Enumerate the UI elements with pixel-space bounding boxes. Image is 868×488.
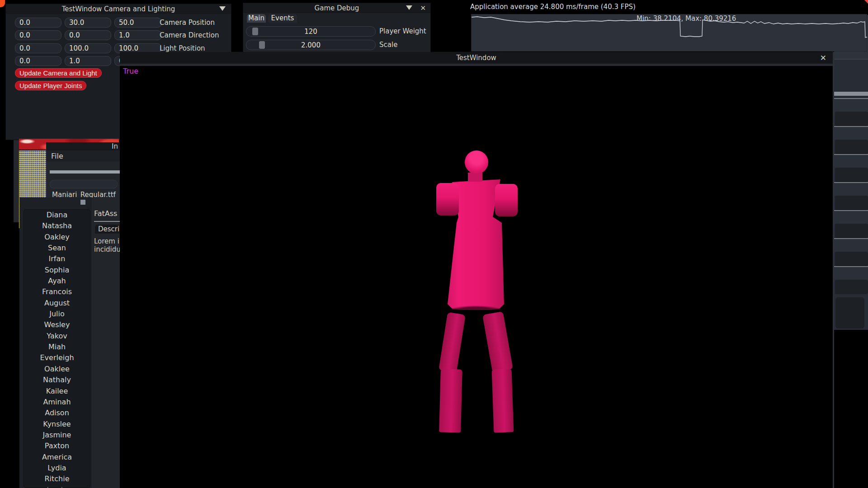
vector-field[interactable]: 30.0 — [65, 18, 111, 28]
vector-field[interactable]: 0.0 — [15, 43, 61, 53]
panel-row-cell — [835, 224, 868, 238]
character-arm-right — [495, 184, 518, 216]
panel-row — [834, 154, 868, 182]
name-list-item[interactable]: America — [24, 452, 90, 463]
scrollbar-thumb[interactable] — [80, 200, 85, 205]
slider-value: 120 — [246, 27, 375, 37]
vector-field[interactable]: 1.0 — [65, 56, 111, 66]
vector-field[interactable]: 50.0 — [114, 18, 162, 28]
fatass-title: FatAss — [94, 209, 117, 218]
character-head — [465, 150, 488, 174]
name-list-item[interactable]: Diana — [24, 210, 90, 221]
titlebar-separator — [120, 64, 833, 66]
collapse-icon[interactable] — [219, 6, 226, 11]
names-listbox[interactable]: DianaNatashaOakleySeanIrfanSophiaAyahFra… — [24, 209, 90, 488]
name-list-item[interactable]: Ayah — [24, 276, 90, 286]
names-list: DianaNatashaOakleySeanIrfanSophiaAyahFra… — [24, 210, 90, 488]
name-list-item[interactable]: Francois — [24, 286, 90, 297]
vector-field[interactable]: 100.0 — [65, 43, 111, 53]
tab-bar: Main Events — [247, 14, 428, 23]
character-calf-left — [439, 369, 462, 432]
player-character-model — [429, 149, 520, 434]
name-list-item[interactable]: Wesley — [24, 319, 90, 330]
vector-field[interactable]: 0.0 — [15, 30, 61, 40]
name-list-item[interactable]: Jasmine — [24, 430, 90, 441]
names-window: DianaNatashaOakleySeanIrfanSophiaAyahFra… — [19, 197, 92, 488]
tab-description[interactable]: Descrip — [95, 225, 120, 234]
player-weight-slider[interactable]: 120 — [246, 26, 376, 37]
vector-field[interactable]: 0.0 — [15, 56, 61, 66]
name-list-item[interactable]: Nathaly — [24, 375, 90, 385]
separator — [94, 221, 120, 222]
background-window-edge — [14, 139, 19, 222]
progress-bar — [50, 170, 120, 174]
background-panel-right — [834, 15, 868, 330]
name-list-item[interactable]: Jessie — [24, 485, 90, 488]
name-list-item[interactable]: Kynslee — [24, 419, 90, 430]
panel-row — [834, 266, 868, 294]
game-debug-title: Game Debug — [315, 4, 359, 12]
lorem-text-line: Lorem i — [94, 237, 119, 245]
name-list-item[interactable]: Oakley — [24, 232, 90, 243]
menu-bar: File — [46, 150, 120, 161]
close-icon[interactable]: ✕ — [820, 53, 826, 62]
slider-value: 2.000 — [246, 40, 375, 50]
text-input[interactable] — [50, 180, 118, 188]
panel-row-slider — [834, 98, 868, 112]
panel-row-slider — [834, 182, 868, 196]
panel-row-slider — [834, 126, 868, 140]
panel-row-cell — [835, 112, 868, 126]
name-list-item[interactable]: Ritchie — [24, 474, 90, 484]
vector-field[interactable]: 1.0 — [114, 30, 162, 40]
update-player-joints-button[interactable]: Update Player Joints — [15, 81, 86, 90]
panel-row-slider — [834, 238, 868, 252]
inspector-titlebar[interactable]: In — [46, 142, 120, 150]
character-arm-left — [436, 183, 459, 216]
name-list-item[interactable]: Miah — [24, 342, 90, 352]
name-list-item[interactable]: Natasha — [24, 221, 90, 231]
update-camera-light-button[interactable]: Update Camera and Light — [15, 68, 102, 78]
panel-scrollbar[interactable] — [834, 92, 868, 96]
corner-red-fragment — [864, 0, 868, 4]
name-list-item[interactable]: Everleigh — [24, 352, 90, 363]
name-list-item[interactable]: Paxton — [24, 441, 90, 451]
inspector-title: In — [112, 142, 118, 150]
panel-row — [834, 98, 868, 126]
name-list-item[interactable]: Sophia — [24, 265, 90, 276]
panel-row-slider — [834, 266, 868, 280]
panel-row-cell — [835, 196, 868, 210]
character-shading — [448, 301, 503, 310]
flag-value-text: True — [123, 67, 138, 75]
test-window: TestWindow ✕ True — [120, 52, 834, 488]
test-window-title: TestWindow — [456, 54, 496, 62]
perf-title: Application average 24.800 ms/frame (40.… — [470, 3, 636, 11]
fatass-window: FatAss Descrip Lorem i incididu — [92, 197, 120, 488]
camera-window-title: TestWindow Camera and Lighting — [62, 5, 175, 13]
name-list-item[interactable]: Aminah — [24, 397, 90, 408]
vector-row-label: Camera Position — [160, 18, 215, 28]
name-list-item[interactable]: Irfan — [24, 253, 90, 264]
panel-bottom-block — [835, 297, 864, 328]
close-icon[interactable]: ✕ — [420, 4, 426, 13]
vector-field[interactable]: 0.0 — [15, 18, 61, 28]
file-menu[interactable]: File — [51, 152, 63, 160]
name-list-item[interactable]: Julio — [24, 309, 90, 319]
game-debug-titlebar[interactable]: Game Debug ✕ — [243, 3, 430, 13]
tab-events[interactable]: Events — [268, 14, 297, 23]
name-list-item[interactable]: Sean — [24, 243, 90, 253]
vector-field[interactable]: 0.0 — [65, 30, 111, 40]
camera-window-titlebar[interactable]: TestWindow Camera and Lighting — [6, 4, 231, 14]
panel-row — [834, 126, 868, 154]
collapse-icon[interactable] — [406, 5, 412, 10]
name-list-item[interactable]: Kailee — [24, 386, 90, 397]
test-window-titlebar[interactable]: TestWindow ✕ — [120, 52, 833, 64]
name-list-item[interactable]: Adison — [24, 408, 90, 418]
name-list-item[interactable]: Yakov — [24, 331, 90, 342]
panel-row-slider — [834, 210, 868, 224]
name-list-item[interactable]: Lydia — [24, 463, 90, 474]
name-list-item[interactable]: August — [24, 298, 90, 309]
scale-slider[interactable]: 2.000 — [246, 40, 376, 50]
tab-main[interactable]: Main — [247, 14, 266, 23]
name-list-item[interactable]: Oaklee — [24, 364, 90, 375]
panel-row-list — [834, 98, 868, 294]
